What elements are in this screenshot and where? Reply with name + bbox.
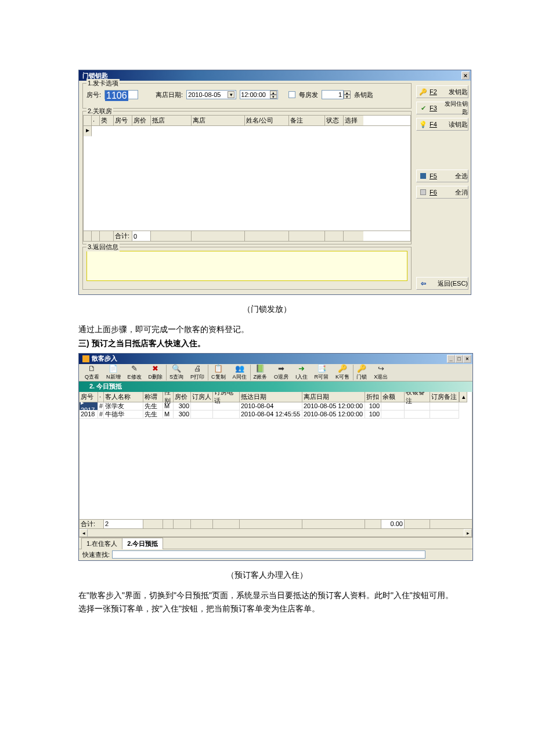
time-spinner[interactable]: ▴▾ (270, 91, 277, 99)
toolbar-chaxun-button[interactable]: 🔍S查询 (166, 363, 187, 382)
toolbar-chazhao-button[interactable]: 🗋Q查看 (81, 363, 103, 382)
check-icon: ✔ (419, 104, 427, 112)
tuifang-icon: ➡ (277, 364, 286, 373)
door-key-dialog: 门锁钥匙 × 1.发卡选项 房号: 1106 离店日期: 2010-08-05 … (78, 70, 471, 295)
qty-spinner[interactable]: ▴▾ (344, 91, 351, 99)
toolbar-ruzhu-button[interactable]: ➜I入住 (292, 363, 311, 382)
zhangwu-icon: 📗 (255, 364, 265, 373)
grid2-header: 房号 · 客人名称 称谓 性别 房价 订房人 订房电话 抵达日期 离店日期 折扣… (80, 392, 472, 402)
table-row[interactable]: 2018#牛德华先生M3002010-08-04 12:45:552010-08… (80, 411, 472, 419)
toolbar-mensuo-button[interactable]: 🔑门锁 (353, 363, 370, 382)
room-label: 房号: (86, 91, 101, 99)
toolbar-tuichu-button[interactable]: ↪X退出 (370, 363, 391, 382)
toolbar-zhangwu-button[interactable]: 📗Z账务 (250, 363, 271, 382)
tuichu-icon: ↪ (376, 364, 385, 373)
shanchu-icon: ✖ (151, 364, 160, 373)
heading-three: 三) 预订之当日抵店客人快速入住。 (78, 337, 456, 351)
scroll-up-icon[interactable]: ▴ (459, 392, 467, 402)
toolbar-shanchu-button[interactable]: ✖D删除 (145, 363, 167, 382)
leave-date-label: 离店日期: (156, 91, 183, 99)
toolbar-fuzhi-button[interactable]: 📋C复制 (208, 363, 229, 382)
keshou-icon: 🔑 (338, 364, 347, 373)
related-rooms-group: 2.关联房 · 类 房号 房价 抵店 离店 姓名/公司 备注 状态 (82, 111, 412, 244)
toolbar-keshou-button[interactable]: 🔑K可售 (332, 363, 353, 382)
tab-strip: 1.在住客人 2.今日预抵 (79, 537, 472, 549)
dialog1-close-button[interactable]: × (461, 71, 470, 80)
dayin-icon: 🖨 (193, 364, 202, 373)
return-info-textarea[interactable] (86, 251, 407, 281)
scroll-right-icon[interactable]: ▸ (464, 529, 472, 537)
mensuo-icon: 🔑 (357, 364, 366, 373)
app-icon (82, 355, 89, 362)
dialog2-title: 散客步入 (80, 354, 117, 363)
fuzhi-icon: 📋 (214, 364, 223, 373)
return-icon: ⇦ (419, 279, 427, 287)
today-arrivals-banner: 2. 今日预抵 (79, 381, 472, 392)
leave-date-picker[interactable]: 2010-08-05 ▾ (186, 90, 236, 99)
xinzeng-icon: 📄 (109, 364, 118, 373)
keliu-icon: 📑 (317, 364, 326, 373)
dialog1-titlebar: 门锁钥匙 × (79, 70, 471, 81)
caption-1: （门锁发放） (78, 304, 456, 315)
deselect-all-icon (419, 188, 427, 196)
ruzhu-icon: ➜ (297, 364, 306, 373)
toolbar-tuifang-button[interactable]: ➡O退房 (270, 363, 292, 382)
qty-suffix-label: 条钥匙 (354, 91, 373, 99)
related-rooms-footer: 合计: 0 (84, 231, 410, 241)
qty-input[interactable]: 1 (322, 90, 344, 99)
per-room-label: 每房发 (299, 91, 318, 99)
return-info-legend: 3.返回信息 (86, 243, 120, 251)
toolbar-tongzhu-button[interactable]: 👥A同住 (229, 363, 250, 382)
lightbulb-icon: 💡 (419, 120, 427, 128)
quick-search-bar: 快速查找: (79, 549, 472, 560)
related-rooms-table: · 类 房号 房价 抵店 离店 姓名/公司 备注 状态 选择 ▸ (83, 115, 411, 242)
arrivals-grid: 房号 · 客人名称 称谓 性别 房价 订房人 订房电话 抵达日期 离店日期 折扣… (79, 392, 472, 537)
select-all-icon (419, 172, 427, 180)
tab-today-arrivals[interactable]: 2.今日预抵 (122, 538, 163, 549)
leave-time-input[interactable]: 12:00:00 ▴▾ (240, 90, 278, 99)
return-info-group: 3.返回信息 (82, 247, 412, 290)
paragraph-2: 在"散客步入"界面，切换到"今日预抵"页面，系统显示当日要抵达的预订客人资料。此… (78, 589, 456, 617)
return-button[interactable]: ⇦ 返回(ESC) (416, 277, 468, 290)
quick-search-input[interactable] (112, 550, 425, 559)
select-all-button[interactable]: F5 全选 (416, 170, 468, 182)
read-key-button[interactable]: 💡 F4 读钥匙 (416, 118, 468, 131)
quick-search-label: 快速查找: (82, 550, 110, 559)
horizontal-scrollbar[interactable]: ◂ ▸ (80, 528, 472, 537)
key-icon: 🔑 (419, 88, 427, 96)
room-input[interactable]: 1106 (104, 90, 138, 99)
toolbar-xiugai-button[interactable]: ✎E修改 (124, 363, 145, 382)
walkin-guest-dialog: 散客步入 _ □ × 🗋Q查看📄N新增✎E修改✖D删除🔍S查询🖨P打印📋C复制👥… (78, 353, 473, 561)
close-button[interactable]: × (463, 355, 471, 363)
chaxun-icon: 🔍 (172, 364, 181, 373)
issue-roommate-key-button[interactable]: ✔ F3 发同住钥匙 (416, 102, 468, 114)
tab-resident-guests[interactable]: 1.在住客人 (81, 538, 122, 549)
xiugai-icon: ✎ (130, 364, 139, 373)
toolbar: 🗋Q查看📄N新增✎E修改✖D删除🔍S查询🖨P打印📋C复制👥A同住📗Z账务➡O退房… (79, 364, 472, 381)
toolbar-dayin-button[interactable]: 🖨P打印 (187, 363, 208, 382)
caption-2: （预订客人办理入住） (78, 570, 456, 581)
paragraph-1: 通过上面步骤，即可完成一个散客的资料登记。 (78, 323, 456, 337)
deselect-all-button[interactable]: F6 全消 (416, 186, 468, 199)
chevron-down-icon[interactable]: ▾ (228, 91, 234, 98)
related-rooms-header: · 类 房号 房价 抵店 离店 姓名/公司 备注 状态 选择 (84, 116, 410, 126)
row-indicator-icon: ▸ (84, 126, 92, 136)
card-options-legend: 1.发卡选项 (86, 79, 120, 88)
table-row[interactable]: ▸ (84, 126, 410, 136)
tongzhu-icon: 👥 (235, 364, 244, 373)
toolbar-keliu-button[interactable]: 📑R可留 (311, 363, 333, 382)
chazhao-icon: 🗋 (88, 364, 97, 373)
grid2-footer: 合计: 2 0.00 (80, 519, 472, 528)
related-rooms-legend: 2.关联房 (86, 107, 113, 116)
card-options-group: 1.发卡选项 房号: 1106 离店日期: 2010-08-05 ▾ 12:00… (82, 83, 412, 109)
toolbar-xinzeng-button[interactable]: 📄N新增 (103, 363, 124, 382)
maximize-button[interactable]: □ (455, 355, 463, 363)
table-row[interactable]: ▸ 2017#张学友先生M3002010-08-042010-08-05 12:… (80, 402, 472, 411)
per-room-checkbox[interactable] (288, 91, 295, 98)
minimize-button[interactable]: _ (447, 355, 455, 363)
scroll-left-icon[interactable]: ◂ (80, 529, 88, 537)
issue-key-button[interactable]: 🔑 F2 发钥匙 (416, 85, 468, 98)
